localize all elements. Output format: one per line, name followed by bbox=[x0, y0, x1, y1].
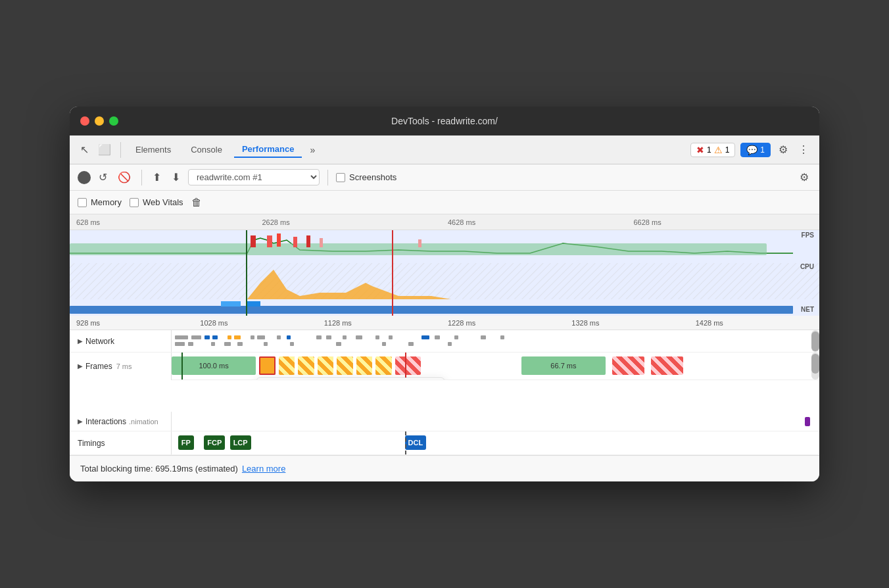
screenshots-control[interactable]: Screenshots bbox=[336, 172, 396, 182]
frame-block-2[interactable]: 66.7 ms bbox=[521, 356, 606, 375]
svg-rect-4 bbox=[251, 235, 256, 247]
maximize-button[interactable] bbox=[109, 116, 118, 126]
error-count: 1 bbox=[707, 145, 711, 155]
dcl-badge[interactable]: DCL bbox=[405, 435, 427, 450]
frame-block-rs-1[interactable] bbox=[395, 356, 421, 375]
lcp-badge[interactable]: LCP bbox=[230, 435, 251, 450]
status-bar: Total blocking time: 695.19ms (estimated… bbox=[70, 455, 819, 481]
timings-track-label[interactable]: Timings bbox=[70, 431, 172, 454]
svg-rect-26 bbox=[343, 335, 347, 339]
fcp-badge[interactable]: FCP bbox=[204, 435, 225, 450]
frame-block-ys-6[interactable] bbox=[375, 356, 392, 375]
svg-rect-40 bbox=[264, 342, 268, 346]
svg-rect-32 bbox=[454, 335, 458, 339]
network-label: Network bbox=[85, 337, 114, 346]
frame-block-ys-1[interactable] bbox=[279, 356, 295, 375]
frame-block-rs-2[interactable] bbox=[612, 356, 644, 375]
memory-control[interactable]: Memory bbox=[78, 197, 122, 207]
frame-block-ys-2[interactable] bbox=[298, 356, 314, 375]
frame-block-ys-4[interactable] bbox=[337, 356, 353, 375]
time-marks: 928 ms 1028 ms 1128 ms 1228 ms 1328 ms 1… bbox=[76, 319, 819, 327]
svg-rect-15 bbox=[191, 335, 201, 339]
fps-cpu-net-chart[interactable]: FPS CPU NET bbox=[70, 230, 819, 316]
marker-line-red bbox=[392, 230, 393, 316]
close-button[interactable] bbox=[80, 116, 89, 126]
network-track-content[interactable] bbox=[172, 330, 819, 352]
message-icon: 💬 bbox=[746, 145, 757, 155]
ruler-mark-1: 628 ms bbox=[76, 218, 262, 226]
frames-label: Frames bbox=[85, 362, 112, 371]
frame-block-ys-5[interactable] bbox=[356, 356, 373, 375]
webvitals-control[interactable]: Web Vitals bbox=[130, 197, 183, 207]
reload-record-button[interactable]: ↺ bbox=[96, 170, 110, 185]
svg-rect-38 bbox=[224, 342, 231, 346]
frame-block-selected[interactable] bbox=[259, 356, 276, 375]
chart-svg bbox=[70, 230, 819, 316]
frames-scrollbar[interactable] bbox=[811, 353, 819, 380]
url-selector[interactable]: readwrite.com #1 bbox=[188, 169, 320, 185]
interactions-track-label[interactable]: ▶ Interactions .nimation bbox=[70, 412, 172, 431]
svg-rect-10 bbox=[418, 239, 421, 247]
svg-rect-35 bbox=[175, 342, 185, 346]
fp-badge[interactable]: FP bbox=[178, 435, 194, 450]
dcl-label: DCL bbox=[408, 439, 423, 447]
message-count: 1 bbox=[760, 145, 765, 155]
webvitals-label: Web Vitals bbox=[143, 197, 183, 207]
svg-rect-18 bbox=[228, 335, 231, 339]
separator3 bbox=[327, 170, 328, 185]
webvitals-checkbox[interactable] bbox=[130, 198, 139, 207]
minimize-button[interactable] bbox=[95, 116, 104, 126]
cursor-icon[interactable]: ↖ bbox=[78, 141, 91, 159]
lcp-label: LCP bbox=[233, 439, 248, 447]
traffic-lights bbox=[80, 116, 118, 126]
svg-rect-23 bbox=[287, 335, 291, 339]
interactions-track: ▶ Interactions .nimation bbox=[70, 412, 819, 431]
svg-rect-27 bbox=[356, 335, 362, 339]
marker-green-bottom bbox=[181, 353, 183, 380]
upload-button[interactable]: ⬆ bbox=[150, 170, 164, 185]
warning-icon: ⚠ bbox=[714, 145, 723, 155]
frames-scrollbar-thumb[interactable] bbox=[811, 354, 819, 374]
main-toolbar: ↖ ⬜ Elements Console Performance » ✖ 1 ⚠… bbox=[70, 135, 819, 164]
interactions-label: Interactions bbox=[85, 417, 126, 426]
scrollbar-thumb[interactable] bbox=[811, 331, 819, 351]
scrollbar-v[interactable] bbox=[811, 330, 819, 352]
screenshots-checkbox[interactable] bbox=[336, 173, 345, 182]
learn-more-link[interactable]: Learn more bbox=[242, 464, 285, 474]
status-text: Total blocking time: 695.19ms (estimated… bbox=[80, 464, 238, 474]
frames-track-label[interactable]: ▶ Frames 7 ms bbox=[70, 353, 172, 380]
tab-elements[interactable]: Elements bbox=[128, 142, 179, 157]
svg-rect-42 bbox=[336, 342, 341, 346]
settings-icon[interactable]: ⚙ bbox=[776, 141, 790, 159]
record-button[interactable] bbox=[78, 171, 91, 184]
error-badge[interactable]: ✖ 1 ⚠ 1 bbox=[690, 143, 735, 157]
more-tabs-button[interactable]: » bbox=[306, 142, 319, 158]
frame-block-rs-3[interactable] bbox=[651, 356, 683, 375]
settings2-icon[interactable]: ⚙ bbox=[797, 168, 811, 186]
timings-content[interactable]: FP FCP LCP DCL bbox=[172, 431, 819, 454]
network-track-label[interactable]: ▶ Network bbox=[70, 330, 172, 352]
frame-block-ys-3[interactable] bbox=[318, 356, 334, 375]
svg-rect-30 bbox=[421, 335, 429, 339]
download-button[interactable]: ⬇ bbox=[169, 170, 183, 185]
inspect-icon[interactable]: ⬜ bbox=[95, 141, 114, 159]
svg-rect-20 bbox=[251, 335, 254, 339]
clear-button[interactable]: 🚫 bbox=[115, 170, 133, 185]
message-badge[interactable]: 💬 1 bbox=[740, 143, 771, 157]
ruler-marks: 628 ms 2628 ms 4628 ms 6628 ms bbox=[70, 218, 819, 226]
svg-rect-5 bbox=[267, 235, 272, 247]
time-mark-5: 1328 ms bbox=[571, 319, 695, 327]
frames-track-content[interactable]: 100.0 ms 66.7 ms bbox=[172, 353, 819, 380]
trash-icon[interactable]: 🗑 bbox=[191, 197, 202, 208]
more-options-icon[interactable]: ⋮ bbox=[796, 141, 811, 159]
ruler-mark-4: 6628 ms bbox=[634, 218, 820, 226]
window-title: DevTools - readwrite.com/ bbox=[391, 116, 498, 126]
interactions-content[interactable] bbox=[172, 412, 819, 431]
memory-checkbox[interactable] bbox=[78, 198, 87, 207]
devtools-window: DevTools - readwrite.com/ ↖ ⬜ Elements C… bbox=[70, 107, 819, 481]
screenshots-label: Screenshots bbox=[349, 172, 396, 182]
svg-rect-29 bbox=[389, 335, 393, 339]
tab-console[interactable]: Console bbox=[183, 142, 230, 157]
frame-block-1[interactable]: 100.0 ms bbox=[172, 356, 256, 375]
tab-performance[interactable]: Performance bbox=[234, 141, 302, 158]
